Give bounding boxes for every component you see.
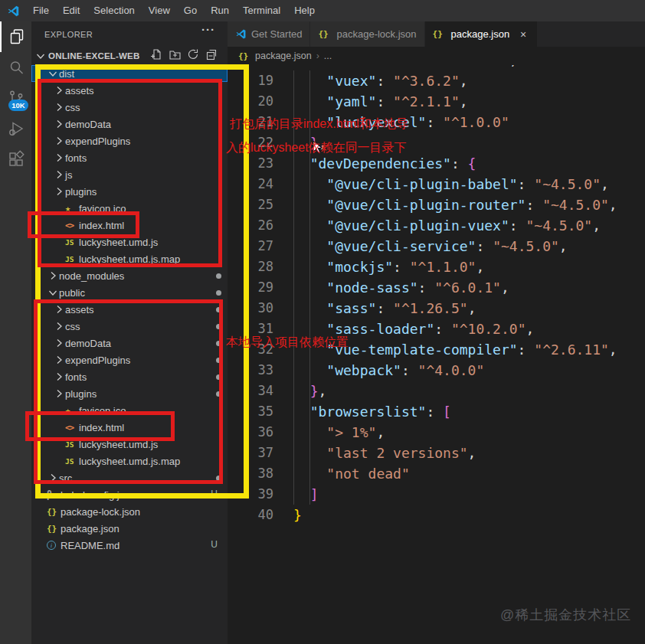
untracked-badge: U xyxy=(211,489,218,499)
tree-folder-fonts[interactable]: fonts xyxy=(31,149,228,166)
new-folder-icon[interactable] xyxy=(169,48,181,64)
tab-label: package.json xyxy=(451,28,510,40)
html-icon: <> xyxy=(65,221,79,230)
search-icon[interactable] xyxy=(0,52,31,83)
tree-folder-assets[interactable]: assets xyxy=(31,301,228,318)
tree-item-label: fonts xyxy=(65,152,87,164)
close-tab-icon[interactable]: × xyxy=(517,28,529,41)
source-control-icon[interactable]: 10K xyxy=(0,83,31,113)
extensions-icon[interactable] xyxy=(0,144,31,175)
line-number: 38 xyxy=(228,463,273,484)
tree-folder-fonts[interactable]: fonts xyxy=(31,368,228,385)
breadcrumb[interactable]: {} package.json › ... xyxy=(228,47,645,65)
menu-go[interactable]: Go xyxy=(177,0,204,21)
tree-folder-js[interactable]: js xyxy=(31,166,228,183)
tree-item-label: index.html xyxy=(79,422,124,433)
tree-folder-demodata[interactable]: demoData xyxy=(31,116,228,132)
tab-bar: Get Started{}package-lock.json{}package.… xyxy=(228,21,645,47)
menu-selection[interactable]: Selection xyxy=(87,0,141,21)
tree-file-luckysheet-umd-js[interactable]: JSluckysheet.umd.js xyxy=(31,436,228,453)
tree-file-luckysheet-umd-js-map[interactable]: JSluckysheet.umd.js.map xyxy=(31,453,228,469)
tree-folder-css[interactable]: css xyxy=(31,99,228,116)
tree-folder-assets[interactable]: assets xyxy=(31,82,228,99)
code-line-40: 40} xyxy=(228,505,645,525)
vscode-logo-icon xyxy=(235,28,247,40)
tree-item-label: favicon.ico xyxy=(79,405,126,417)
line-number: 27 xyxy=(228,236,273,257)
line-number: 24 xyxy=(228,174,273,195)
code-line-32: 32 "vue-template-compiler": "^2.6.11", xyxy=(228,339,645,360)
tree-file-package-json[interactable]: {}package.json xyxy=(31,520,228,537)
line-number: 18 xyxy=(228,65,273,70)
tree-folder-expendplugins[interactable]: expendPlugins xyxy=(31,132,228,149)
tree-folder-src[interactable]: src xyxy=(31,469,228,486)
run-debug-icon[interactable] xyxy=(0,113,31,144)
menu-file[interactable]: File xyxy=(26,0,56,21)
tree-item-label: luckysheet.umd.js xyxy=(79,439,158,450)
code-line-33: 33 "webpack": "^4.0.0" xyxy=(228,360,645,381)
tree-file-index-html[interactable]: <>index.html xyxy=(31,217,228,234)
tree-item-label: package.json xyxy=(61,523,120,534)
tree-item-label: plugins xyxy=(65,388,97,400)
menu-terminal[interactable]: Terminal xyxy=(236,0,287,21)
line-number: 35 xyxy=(228,401,273,422)
editor-group: Get Started{}package-lock.json{}package.… xyxy=(228,21,645,644)
tree-item-label: assets xyxy=(65,85,94,96)
tree-file-index-html[interactable]: <>index.html xyxy=(31,419,228,436)
line-number: 32 xyxy=(228,339,273,360)
code-line-35: 35 "browserslist": [ xyxy=(228,401,645,422)
js-icon: JS xyxy=(65,238,79,247)
tree-file-luckysheet-umd-js[interactable]: JSluckysheet.umd.js xyxy=(31,234,228,250)
tree-item-label: index.html xyxy=(79,220,124,231)
tree-folder-dist[interactable]: dist xyxy=(31,65,228,82)
code-line-34: 34 }, xyxy=(228,381,645,401)
tree-file-favicon-ico[interactable]: ★favicon.ico xyxy=(31,200,228,217)
html-icon: <> xyxy=(65,423,79,433)
untracked-badge: U xyxy=(211,539,218,550)
breadcrumb-symbol[interactable]: ... xyxy=(324,51,332,61)
collapse-folders-icon[interactable] xyxy=(205,48,218,64)
breadcrumb-file[interactable]: package.json xyxy=(255,51,312,61)
line-number: 39 xyxy=(228,484,273,505)
tree-file-package-lock-json[interactable]: {}package-lock.json xyxy=(31,503,228,520)
tree-file-readme-md[interactable]: iREADME.mdU xyxy=(31,537,228,554)
chevron-right-icon xyxy=(53,354,65,366)
tree-file-favicon-ico[interactable]: ★favicon.ico xyxy=(31,402,228,419)
refresh-icon[interactable] xyxy=(187,48,199,64)
line-number: 22 xyxy=(228,132,273,153)
tree-item-label: package-lock.json xyxy=(61,506,140,518)
tree-folder-public[interactable]: public xyxy=(31,284,228,301)
code-line-22: 22 }, xyxy=(228,132,645,153)
modified-dot-badge xyxy=(216,358,221,363)
tree-folder-plugins[interactable]: plugins xyxy=(31,183,228,200)
new-file-icon[interactable] xyxy=(150,48,162,64)
menu-view[interactable]: View xyxy=(142,0,177,21)
explorer-icon[interactable] xyxy=(0,21,31,52)
code-line-38: 38 "not dead" xyxy=(228,463,645,484)
menu-run[interactable]: Run xyxy=(204,0,236,21)
file-tree: distassetscssdemoDataexpendPluginsfontsj… xyxy=(31,65,228,554)
chevron-down-icon xyxy=(47,286,59,299)
tree-file-luckysheet-umd-js-map[interactable]: JSluckysheet.umd.js.map xyxy=(31,250,228,267)
more-actions-icon[interactable]: ··· xyxy=(201,23,215,36)
modified-dot-badge xyxy=(216,391,221,397)
tree-folder-plugins[interactable]: plugins xyxy=(31,385,228,402)
menu-edit[interactable]: Edit xyxy=(56,0,87,21)
json-icon: {} xyxy=(47,507,61,517)
code-line-31: 31 "sass-loader": "^10.2.0", xyxy=(228,319,645,339)
json-icon: {} xyxy=(318,29,332,39)
tab-package-json[interactable]: {}package.json× xyxy=(425,21,539,47)
tree-file-babel-config-js[interactable]: βbabel.config.jsU xyxy=(31,486,228,503)
chevron-right-icon xyxy=(53,84,65,96)
tab-get-started[interactable]: Get Started xyxy=(228,21,310,47)
menu-help[interactable]: Help xyxy=(287,0,322,21)
tree-folder-expendplugins[interactable]: expendPlugins xyxy=(31,351,228,368)
project-section-header[interactable]: ONLINE-EXCEL-WEB xyxy=(31,47,228,64)
tree-item-label: dist xyxy=(59,68,74,80)
tree-folder-node-modules[interactable]: node_modules xyxy=(31,267,228,284)
code-editor[interactable]: 18 "vue-router": "^3.2.0",19 "vuex": "^3… xyxy=(228,65,645,644)
line-number: 21 xyxy=(228,112,273,132)
tree-folder-demodata[interactable]: demoData xyxy=(31,335,228,351)
tree-folder-css[interactable]: css xyxy=(31,318,228,335)
tab-package-lock-json[interactable]: {}package-lock.json xyxy=(310,21,424,47)
